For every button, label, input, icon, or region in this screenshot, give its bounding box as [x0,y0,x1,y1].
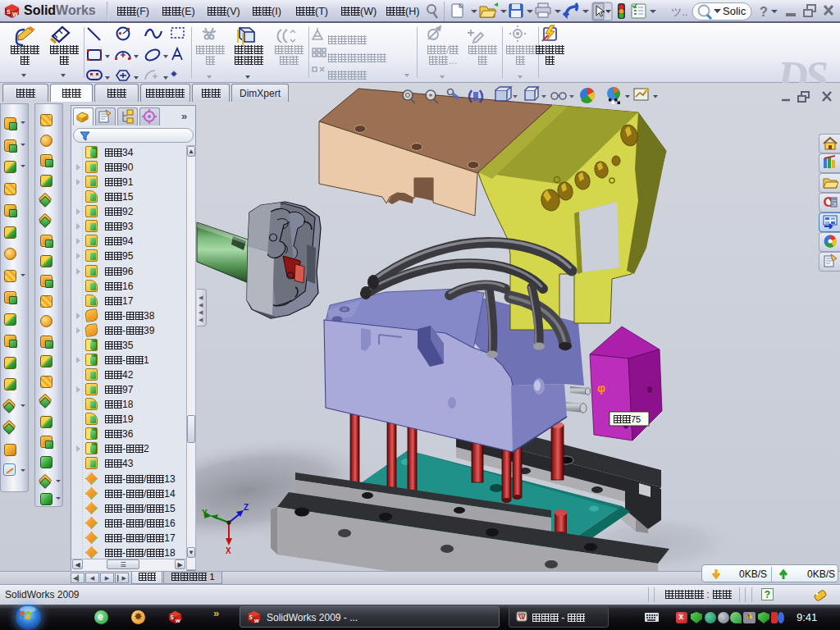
svg-text:S: S [171,614,174,620]
svg-text:S: S [249,614,253,620]
svg-text:ツ..: ツ.. [671,6,688,18]
svg-text:φ: φ [597,381,605,395]
svg-text:X: X [226,546,231,555]
svg-text:Y: Y [202,509,208,518]
svg-text:S: S [7,9,11,16]
svg-text:W: W [254,619,259,623]
svg-text:Solic: Solic [723,5,746,17]
svg-text:?: ? [760,5,768,19]
svg-text:W: W [176,619,180,623]
svg-text:Z: Z [244,503,249,512]
svg-text:W: W [12,11,18,17]
